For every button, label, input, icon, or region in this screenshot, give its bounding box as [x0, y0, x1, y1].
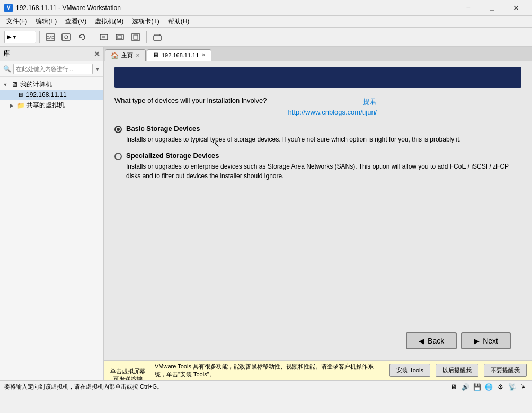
tab-vm-close-icon[interactable]: ✕	[201, 52, 206, 58]
power-icon: ▶	[7, 33, 11, 40]
maximize-button[interactable]: □	[480, 0, 504, 16]
tools-send-text: 可发送按键	[113, 375, 143, 381]
blog-name: 提君	[288, 96, 377, 107]
computer-icon: 🖥	[10, 81, 19, 89]
installer-question-text: What type of devices will your installat…	[114, 96, 267, 104]
toolbar-separator-2	[93, 31, 93, 43]
menu-edit[interactable]: 编辑(E)	[31, 16, 61, 27]
sidebar-close-button[interactable]: ✕	[94, 50, 100, 58]
full-screen-button[interactable]	[112, 30, 127, 45]
status-storage-icon: 💾	[473, 383, 481, 391]
menu-view[interactable]: 查看(V)	[61, 16, 91, 27]
tools-message: VMware Tools 具有很多功能，能改善鼠标移动性、视频和性能。请登录客户…	[155, 363, 384, 379]
radio-basic[interactable]	[114, 126, 122, 133]
sidebar-search-bar: 🔍 ▼	[0, 61, 103, 77]
vm-name-label: 192.168.11.11	[26, 91, 67, 99]
option-specialized-content: Specialized Storage Devices Installs or …	[126, 152, 521, 181]
vm-screen[interactable]: ↖ What type of devices will your install…	[104, 61, 532, 360]
tabs-bar: 🏠 主页 ✕ 🖥 192.168.11.11 ✕	[104, 47, 532, 61]
tab-vm-label: 192.168.11.11	[162, 52, 199, 58]
content-area[interactable]: ↖ What type of devices will your install…	[104, 61, 532, 380]
svg-rect-4	[100, 34, 108, 40]
status-audio-icon: 🔊	[461, 383, 469, 391]
search-dropdown-arrow-icon[interactable]: ▼	[95, 66, 100, 72]
installer-question-row: What type of devices will your installat…	[114, 96, 521, 117]
install-tools-button[interactable]: 安装 Tools	[389, 364, 430, 377]
unity-button[interactable]	[150, 30, 165, 45]
blog-url: http://www.cnblogs.com/tijun/	[288, 107, 377, 118]
dropdown-arrow-icon: ▼	[12, 34, 17, 40]
search-input[interactable]	[13, 64, 93, 74]
tree-expand-icon: ▼	[2, 82, 8, 88]
screenshot-button[interactable]	[59, 30, 74, 45]
sidebar-title: 库	[3, 49, 10, 58]
menu-tabs[interactable]: 选项卡(T)	[128, 16, 163, 27]
window-controls: − □ ✕	[456, 0, 528, 16]
no-remind-button[interactable]: 不要提醒我	[484, 364, 527, 377]
option-basic-content: Basic Storage Devices Installs or upgrad…	[126, 125, 521, 144]
svg-rect-9	[154, 36, 161, 40]
fit-window-button[interactable]	[128, 30, 143, 45]
home-icon: 🏠	[111, 52, 119, 59]
next-label: Next	[483, 337, 498, 345]
radio-specialized[interactable]	[114, 153, 122, 160]
blog-link[interactable]: 提君 http://www.cnblogs.com/tijun/	[288, 96, 377, 117]
my-computer-label: 我的计算机	[20, 80, 52, 89]
minimize-button[interactable]: −	[456, 0, 480, 16]
status-bar: 要将输入定向到该虚拟机，请在虚拟机内部单击或按 Ctrl+G。 🖥 🔊 💾 🌐 …	[0, 380, 532, 393]
svg-rect-7	[132, 33, 139, 41]
tree-expand-shared-icon: ▶	[8, 102, 15, 109]
status-icons: 🖥 🔊 💾 🌐 ⚙ 📡 🖱	[449, 383, 528, 391]
send-ctrlaltdel-button[interactable]: CAD	[43, 30, 58, 45]
option-specialized-row: Specialized Storage Devices Installs or …	[114, 152, 521, 181]
back-button[interactable]: ◀ Back	[406, 332, 457, 349]
tools-click-text: 单击虚拟屏幕	[110, 367, 145, 375]
option-basic-row: Basic Storage Devices Installs or upgrad…	[114, 125, 521, 144]
app-icon: V	[4, 4, 13, 12]
search-icon: 🔍	[3, 65, 11, 73]
toolbar-separator-1	[39, 31, 40, 43]
tools-icon-area: 🖥 单击虚拟屏幕 可发送按键	[109, 358, 146, 381]
option-specialized-title: Specialized Storage Devices	[126, 152, 521, 160]
nav-buttons: ◀ Back ▶ Next	[114, 327, 521, 355]
status-monitor-icon: 🖥	[449, 383, 458, 391]
menu-help[interactable]: 帮助(H)	[164, 16, 194, 27]
back-label: Back	[428, 337, 444, 345]
svg-rect-2	[62, 34, 70, 40]
menu-vm[interactable]: 虚拟机(M)	[91, 16, 128, 27]
svg-point-3	[65, 36, 68, 39]
option-basic-desc: Installs or upgrades to typical types of…	[126, 135, 521, 144]
next-button[interactable]: ▶ Next	[461, 332, 511, 349]
stretch-button[interactable]	[96, 30, 111, 45]
shared-icon: 📁	[16, 102, 25, 109]
menu-bar: 文件(F) 编辑(E) 查看(V) 虚拟机(M) 选项卡(T) 帮助(H)	[0, 16, 532, 28]
option-basic-title: Basic Storage Devices	[126, 125, 521, 133]
main-layout: 库 ✕ 🔍 ▼ ▼ 🖥 我的计算机 🖥 192.168.11.11 ▶ 📁 共享…	[0, 47, 532, 380]
sidebar-header: 库 ✕	[0, 47, 103, 61]
vm-header-bar	[114, 67, 521, 88]
menu-file[interactable]: 文件(F)	[2, 16, 31, 27]
sidebar-item-vm[interactable]: 🖥 192.168.11.11	[0, 90, 103, 100]
toolbar-separator-3	[146, 31, 147, 43]
vm-tab-icon: 🖥	[153, 51, 159, 59]
option-specialized-desc: Installs or upgrades to enterprise devic…	[126, 162, 521, 181]
sidebar-item-shared-vms[interactable]: ▶ 📁 共享的虚拟机	[0, 100, 103, 111]
status-text: 要将输入定向到该虚拟机，请在虚拟机内部单击或按 Ctrl+G。	[4, 383, 163, 391]
vm-icon: 🖥	[16, 91, 24, 99]
sidebar: 库 ✕ 🔍 ▼ ▼ 🖥 我的计算机 🖥 192.168.11.11 ▶ 📁 共享…	[0, 47, 104, 380]
revert-button[interactable]	[75, 30, 90, 45]
tab-vm[interactable]: 🖥 192.168.11.11 ✕	[147, 49, 211, 61]
close-button[interactable]: ✕	[504, 0, 528, 16]
power-dropdown[interactable]: ▶ ▼	[4, 31, 36, 43]
remind-later-button[interactable]: 以后提醒我	[436, 364, 478, 377]
tabs-container: 🏠 主页 ✕ 🖥 192.168.11.11 ✕ ↖ What ty	[104, 47, 532, 380]
next-icon: ▶	[474, 337, 480, 345]
tab-home[interactable]: 🏠 主页 ✕	[105, 49, 146, 61]
toolbar: ▶ ▼ CAD	[0, 28, 532, 47]
shared-vms-label: 共享的虚拟机	[26, 101, 65, 110]
tab-home-close-icon[interactable]: ✕	[136, 53, 140, 58]
svg-rect-6	[118, 36, 122, 39]
window-title: 192.168.11.11 - VMware Workstation	[16, 4, 456, 12]
sidebar-item-my-computer[interactable]: ▼ 🖥 我的计算机	[0, 79, 103, 90]
status-network-icon: 🌐	[484, 383, 493, 391]
